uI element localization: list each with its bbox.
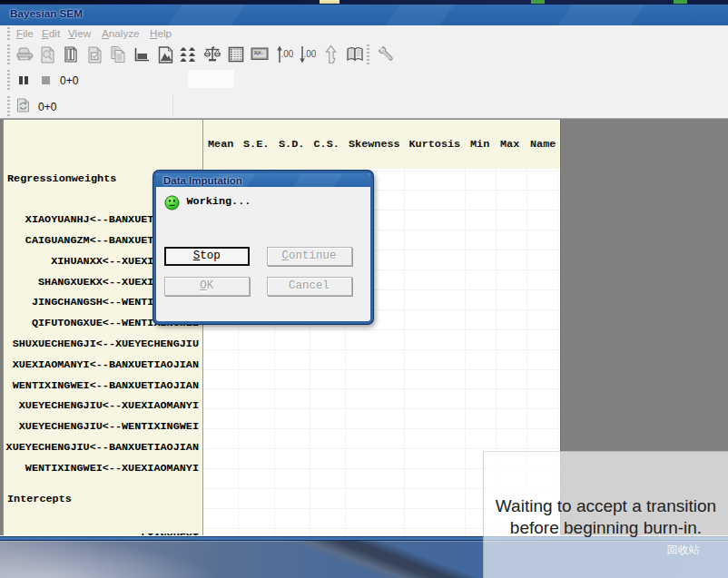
svg-text:.00: .00 <box>281 49 294 59</box>
svg-text:.00: .00 <box>304 49 317 59</box>
svg-text:BW: BW <box>254 51 261 55</box>
